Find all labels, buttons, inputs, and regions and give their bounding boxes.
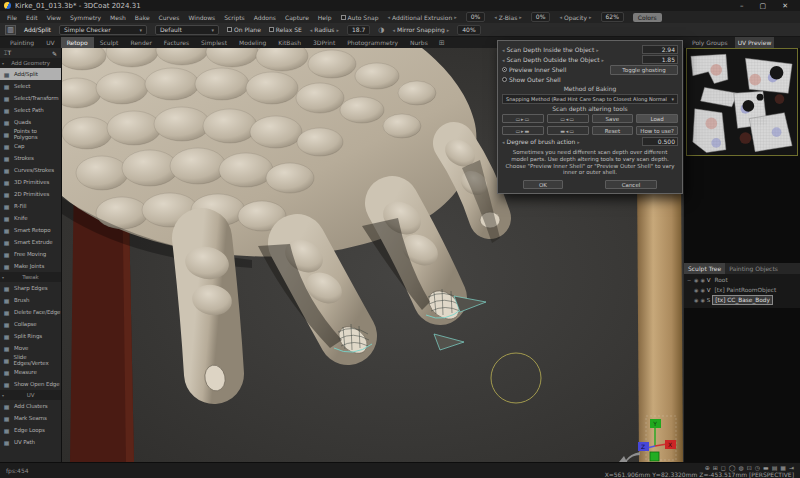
sidebar-tool-item[interactable]: ▦ Add/Split [0,68,61,80]
sidebar-tool-item[interactable]: ▦ Strokes [0,152,61,164]
sculpt-tree-tab[interactable]: Sculpt Tree [684,263,725,274]
menu-item[interactable]: File [7,14,17,21]
status-icon[interactable]: ◷ [755,464,760,471]
section-header-uv[interactable]: ▾ UV [0,390,61,400]
menu-item[interactable]: Addons [254,14,276,21]
status-icon[interactable]: ⊞ [713,464,718,471]
sidebar-tool-item[interactable]: ▦ Knife [0,212,61,224]
maximize-button[interactable]: ▢ [760,2,767,10]
layer-label[interactable]: Root [713,276,730,284]
menu-item[interactable]: Capture [285,14,309,21]
sidebar-tool-item[interactable]: ▦ Curves/Strokes [0,164,61,176]
sidebar-tool-item[interactable]: ▦ Select/Transform [0,92,61,104]
menu-item[interactable]: Help [318,14,332,21]
radius-spinner[interactable]: ◂ Radius ▸ [310,26,339,33]
room-tab[interactable]: Render [124,37,157,48]
layer-label[interactable]: [tx] CC_Base_Body [712,295,773,305]
snapping-method-select[interactable]: Snapping Method (Read Hint Care Snap to … [502,94,678,104]
additional-extrusion-spinner[interactable]: ◂ Additional Extrusion ▸ [387,14,456,21]
on-plane-checkbox[interactable]: On Plane [227,26,261,33]
spin-left-icon[interactable]: ◂ [387,14,390,20]
spin-left-icon[interactable]: ◂ [392,27,395,33]
sculpt-tree-row[interactable]: ◉ ◉ S [tx] CC_Base_Body [684,295,800,305]
brush-falloff-icon[interactable]: ◑ [378,26,384,34]
scan-outside-value[interactable]: 1.85 [642,55,678,64]
sidebar-tool-item[interactable]: ▦ Split Rings [0,330,61,342]
collapse-icon[interactable]: − [687,277,692,283]
how-to-use-button[interactable]: How to use? [636,126,678,135]
room-tab[interactable]: Photogrammetry [341,37,404,48]
status-icon[interactable]: ⊕ [705,464,710,471]
sidebar-tool-item[interactable]: ▦ Collapse [0,318,61,330]
menu-item[interactable]: Scripts [224,14,245,21]
ghost-eye-icon[interactable]: ◉ [694,297,698,303]
spin-right-icon[interactable]: ▸ [454,14,457,20]
panel-tab[interactable]: Poly Groups [689,37,731,48]
ghost-eye-icon[interactable]: ◉ [694,277,698,283]
ghost-eye-icon[interactable]: ◉ [694,287,698,293]
shrink-shell-button[interactable]: ▭◂▭ [547,114,589,123]
spin-right-icon[interactable]: ▸ [602,57,605,63]
sidebar-tool-item[interactable]: ▦ Quads [0,116,61,128]
spin-left-icon[interactable]: ◂ [494,14,497,20]
edit-pencil-icon[interactable]: ✎ [52,50,57,57]
room-tab[interactable]: 3DPrint [307,37,341,48]
preview-inner-radio[interactable] [502,67,507,72]
menu-item[interactable]: Curves [159,14,180,21]
uv-preview-panel[interactable] [686,48,798,156]
visibility-eye-icon[interactable]: ◉ [700,297,704,303]
menu-item[interactable]: Mesh [110,14,126,21]
room-tab[interactable]: Nurbs [404,37,434,48]
profile-select[interactable]: Default ▾ [155,25,219,35]
sidebar-tool-item[interactable]: ▦ Add Clusters [0,400,61,412]
sidebar-tool-item[interactable]: ▦ Measure [0,366,61,378]
mirror-snapping-spinner[interactable]: ◂ Mirror Snapping ▸ [392,26,449,33]
shrink-inner-button[interactable]: ▬◂▭ [547,126,589,135]
spin-left-icon[interactable]: ◂ [502,139,505,145]
room-tab[interactable]: Retopo [61,37,94,48]
z-bias-spinner[interactable]: ◂ Z-Bias ▸ [494,14,522,21]
spin-right-icon[interactable]: ▸ [519,14,522,20]
sidebar-tool-item[interactable]: ▦ Select [0,80,61,92]
reset-button[interactable]: Reset [592,126,634,135]
spin-right-icon[interactable]: ▸ [447,27,450,33]
add-room-icon[interactable]: ⊞ [434,37,450,48]
z-bias-value[interactable]: 0% [531,12,551,22]
sidebar-tool-item[interactable]: ▦ Move [0,342,61,354]
sidebar-tool-item[interactable]: ▦ 3D Primitives [0,176,61,188]
panel-tab[interactable]: UV Preview [735,37,775,48]
mirror-snapping-value[interactable]: 40% [457,25,480,35]
degree-value[interactable]: 0.500 [642,137,678,146]
room-tab[interactable]: Factures [158,37,195,48]
visibility-eye-icon[interactable]: ◉ [700,277,704,283]
spin-left-icon[interactable]: ◂ [502,47,505,53]
status-icon[interactable]: ◍ [738,464,743,471]
sculpt-tree-row[interactable]: ◉ ◉ V [tx] PaintRoomObject [684,285,800,295]
minimize-button[interactable]: – [740,2,744,10]
status-icon[interactable]: ◻ [721,464,726,471]
sidebar-tool-item[interactable]: ▦ Brush [0,294,61,306]
colors-button[interactable]: Colors [633,13,662,22]
status-icon[interactable]: ⊡ [747,464,752,471]
expand-inner-button[interactable]: ▭▸▬ [502,126,544,135]
section-header-add-geometry[interactable]: ▾ Add Geometry [0,58,61,68]
room-tab[interactable]: UV [40,37,61,48]
scan-inside-value[interactable]: 2.94 [642,45,678,54]
room-tab[interactable]: Painting [4,37,40,48]
cancel-button[interactable]: Cancel [605,180,657,189]
menu-item[interactable]: View [47,14,61,21]
relax-checkbox[interactable]: Relax SE [269,26,302,33]
sidebar-tool-item[interactable]: ▦ Free Moving [0,248,61,260]
sidebar-tool-item[interactable]: ▦ Show Open Edge [0,378,61,390]
sidebar-tool-item[interactable]: ▦ Delete Face/Edge [0,306,61,318]
sidebar-tool-item[interactable]: ▦ Select Path [0,104,61,116]
spin-left-icon[interactable]: ◂ [310,27,313,33]
sculpt-tree-tab[interactable]: Painting Objects [725,263,782,274]
section-header-tweak[interactable]: ▾ Tweak [0,272,61,282]
spin-left-icon[interactable]: ◂ [559,14,562,20]
sidebar-tool-item[interactable]: ▦ Smart Retopo [0,224,61,236]
load-button[interactable]: Load [636,114,678,123]
close-button[interactable]: ✕ [782,2,788,10]
sidebar-tool-item[interactable]: ▦ R-Fill [0,200,61,212]
spin-right-icon[interactable]: ▸ [589,14,592,20]
